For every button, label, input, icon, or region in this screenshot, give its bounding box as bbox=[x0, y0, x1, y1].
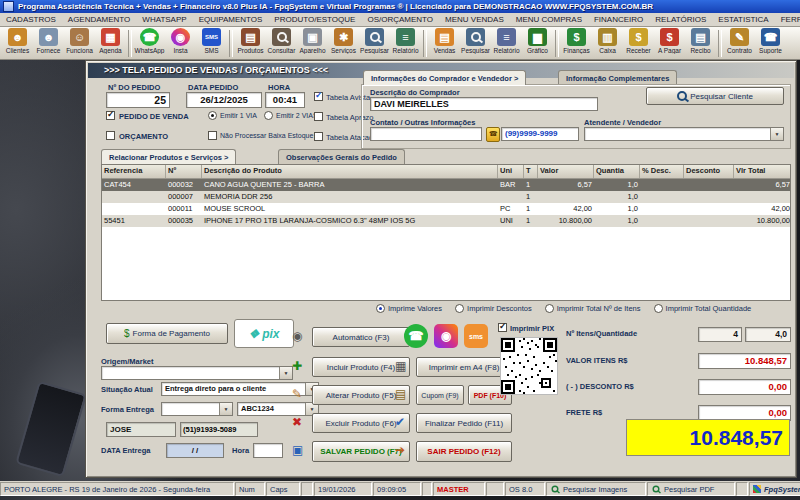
print-option-imprimir-total-n-de-itens[interactable]: Imprimir Total Nº de Itens bbox=[545, 304, 641, 313]
tabela-atacado-checkbox[interactable] bbox=[314, 132, 323, 141]
entregador-fone-field[interactable]: (51)91939-5089 bbox=[180, 422, 258, 437]
toolbar-funciona[interactable]: ☺Funciona bbox=[64, 28, 95, 54]
menu-os-or-amento[interactable]: OS/ORÇAMENTO bbox=[361, 13, 439, 26]
emitir-1-via-radio[interactable] bbox=[208, 111, 217, 120]
col-header-desc[interactable]: % Desc. bbox=[640, 165, 684, 178]
tab-observacoes-pedido[interactable]: Observações Gerais do Pedido bbox=[278, 149, 405, 164]
menu-whatsapp[interactable]: WHATSAPP bbox=[136, 13, 192, 26]
finalizar-pedido-button[interactable]: Finalizar Pedido (F11) bbox=[416, 413, 512, 433]
hora-entrega-field[interactable] bbox=[253, 443, 283, 458]
tab-relacionar-produtos[interactable]: Relacionar Produtos e Serviços > bbox=[101, 149, 236, 164]
toolbar-fornece[interactable]: ☻Fornece bbox=[33, 28, 64, 54]
hora-pedido-field[interactable]: 00:41 bbox=[265, 92, 305, 108]
table-row[interactable]: 55451000035IPHONE 17 PRO 1TB LARANJA-COS… bbox=[102, 215, 790, 227]
col-header-t[interactable]: T bbox=[524, 165, 538, 178]
pesquisar-cliente-button[interactable]: Pesquisar Cliente bbox=[646, 87, 784, 105]
toolbar-produtos[interactable]: ▤Produtos bbox=[235, 28, 266, 54]
menu-agendamento[interactable]: AGENDAMENTO bbox=[62, 13, 137, 26]
numero-pedido-field[interactable]: 25 bbox=[106, 92, 170, 108]
toolbar-pesquisar[interactable]: Pesquisar bbox=[359, 28, 390, 54]
atendente-dropdown[interactable]: ▼ bbox=[584, 127, 784, 141]
toolbar-receber[interactable]: $Receber bbox=[623, 28, 654, 54]
radio-icon[interactable] bbox=[654, 304, 663, 313]
col-header-n[interactable]: Nº bbox=[166, 165, 202, 178]
table-row[interactable]: CAT454000032CANO AGUA QUENTE 25 - BARRAB… bbox=[102, 179, 790, 191]
status-pesquisar-pdf[interactable]: Pesquisar PDF bbox=[647, 482, 735, 496]
menu-equipamentos[interactable]: EQUIPAMENTOS bbox=[193, 13, 269, 26]
contato-field[interactable] bbox=[370, 127, 482, 141]
col-header-uni[interactable]: Uni bbox=[498, 165, 524, 178]
toolbar-aparelho[interactable]: ▣Aparelho bbox=[297, 28, 328, 54]
print-option-imprimir-descontos[interactable]: Imprimir Descontos bbox=[455, 304, 532, 313]
automatico-button[interactable]: Automático (F3) bbox=[312, 327, 410, 347]
emitir-2-vias-radio[interactable] bbox=[264, 111, 273, 120]
print-option-imprime-valores[interactable]: Imprime Valores bbox=[376, 304, 442, 313]
col-header-quantia[interactable]: Quantia bbox=[594, 165, 640, 178]
instagram-button[interactable]: ◉ bbox=[434, 324, 458, 348]
whatsapp-button[interactable]: ☎ bbox=[404, 324, 428, 348]
toolbar-caixa[interactable]: ▥Caixa bbox=[592, 28, 623, 54]
pix-button[interactable]: ❖ pix bbox=[234, 319, 294, 348]
tabela-aprazo-checkbox[interactable] bbox=[314, 112, 323, 121]
origem-dropdown[interactable]: ▼ bbox=[101, 366, 293, 380]
table-row[interactable]: 000007MEMORIA DDR 25611,0 bbox=[102, 191, 790, 203]
toolbar-a-pagar[interactable]: $A Pagar bbox=[654, 28, 685, 54]
pedido-de-venda-checkbox[interactable] bbox=[106, 111, 115, 120]
menu-menu-compras[interactable]: MENU COMPRAS bbox=[510, 13, 588, 26]
print-option-imprimir-total-quantidade[interactable]: Imprimir Total Quantidade bbox=[654, 304, 752, 313]
toolbar-sms[interactable]: SMSSMS bbox=[196, 28, 227, 54]
menu-produto-estoque[interactable]: PRODUTO/ESTOQUE bbox=[268, 13, 361, 26]
radio-icon[interactable] bbox=[455, 304, 464, 313]
col-header-desconto[interactable]: Desconto bbox=[684, 165, 734, 178]
toolbar-recibo[interactable]: ▤Recibo bbox=[685, 28, 716, 54]
data-pedido-field[interactable]: 26/12/2025 bbox=[186, 92, 262, 108]
col-header-referencia[interactable]: Referencia bbox=[102, 165, 166, 178]
sair-pedido-button[interactable]: SAIR PEDIDO (F12) bbox=[416, 441, 512, 462]
placa-dropdown[interactable]: ABC1234 ▼ bbox=[237, 402, 319, 416]
toolbar-agenda[interactable]: ▦Agenda bbox=[95, 28, 126, 54]
menu-cadastros[interactable]: CADASTROS bbox=[0, 13, 62, 26]
toolbar-suporte[interactable]: ☎Suporte bbox=[755, 28, 786, 54]
toolbar-vendas[interactable]: ▤Vendas bbox=[429, 28, 460, 54]
toolbar-servi-os[interactable]: ✱Serviços bbox=[328, 28, 359, 54]
sms-button[interactable]: sms bbox=[464, 324, 488, 348]
toolbar-pesquisar[interactable]: Pesquisar bbox=[460, 28, 491, 54]
desconto-field[interactable]: 0,00 bbox=[698, 379, 791, 395]
toolbar-contrato[interactable]: ✎Contrato bbox=[724, 28, 755, 54]
table-row[interactable]: 000011MOUSE SCROOLPC142,001,042,00 bbox=[102, 203, 790, 215]
col-header-vlr-total[interactable]: Vlr Total bbox=[734, 165, 791, 178]
menu-menu-vendas[interactable]: MENU VENDAS bbox=[439, 13, 510, 26]
toolbar-relat-rio[interactable]: ≡Relatório bbox=[491, 28, 522, 54]
entregador-field[interactable]: JOSE bbox=[106, 422, 176, 437]
toolbar-gr-fico[interactable]: ▆Gráfico bbox=[522, 28, 553, 54]
toolbar-insta[interactable]: ◉Insta bbox=[165, 28, 196, 54]
toolbar-whatsapp[interactable]: ☎WhatsApp bbox=[134, 28, 165, 54]
whatsapp-send-icon[interactable]: ☎ bbox=[486, 127, 500, 142]
menu-relat-rios[interactable]: RELATÓRIOS bbox=[649, 13, 712, 26]
tabela-avista-checkbox[interactable] bbox=[314, 92, 323, 101]
forma-pagamento-button[interactable]: $ Forma de Pagamento bbox=[106, 323, 228, 344]
orcamento-checkbox[interactable] bbox=[106, 131, 115, 140]
menu-ferramentas[interactable]: FERRAMENTAS bbox=[775, 13, 800, 26]
col-header-valor[interactable]: Valor bbox=[538, 165, 594, 178]
radio-icon[interactable] bbox=[545, 304, 554, 313]
status-pesquisar-imagens[interactable]: Pesquisar Imagens bbox=[546, 482, 646, 496]
imprimir-pix-checkbox[interactable] bbox=[498, 323, 507, 332]
radio-icon[interactable] bbox=[376, 304, 385, 313]
tab-informacao-complementares[interactable]: Informação Complementares bbox=[558, 70, 677, 85]
telefone-comprador-field[interactable]: (99)9999-9999 bbox=[501, 127, 579, 141]
forma-entrega-dropdown[interactable]: ▼ bbox=[161, 402, 233, 416]
tab-informacoes-comprador[interactable]: Informações do Comprador e Vendedor > bbox=[363, 70, 526, 85]
imprimir-a4-button[interactable]: Imprimir em A4 (F8) bbox=[416, 357, 512, 377]
toolbar-relat-rio[interactable]: ≡Relatório bbox=[390, 28, 421, 54]
nao-processar-baixa-checkbox[interactable] bbox=[208, 131, 217, 140]
menu-estatistica[interactable]: ESTATISTICA bbox=[712, 13, 774, 26]
data-entrega-field[interactable]: / / bbox=[166, 443, 224, 458]
toolbar-clientes[interactable]: ☻Clientes bbox=[2, 28, 33, 54]
menu-financeiro[interactable]: FINANCEIRO bbox=[588, 13, 649, 26]
col-header-descri-o-do-produto[interactable]: Descrição do Produto bbox=[202, 165, 498, 178]
toolbar-finan-as[interactable]: $Finanças bbox=[561, 28, 592, 54]
descricao-comprador-field[interactable]: DAVI MEIRELLES bbox=[370, 97, 598, 111]
cupom-button[interactable]: Cupom (F9) bbox=[416, 385, 464, 405]
toolbar-consultar[interactable]: Consultar bbox=[266, 28, 297, 54]
